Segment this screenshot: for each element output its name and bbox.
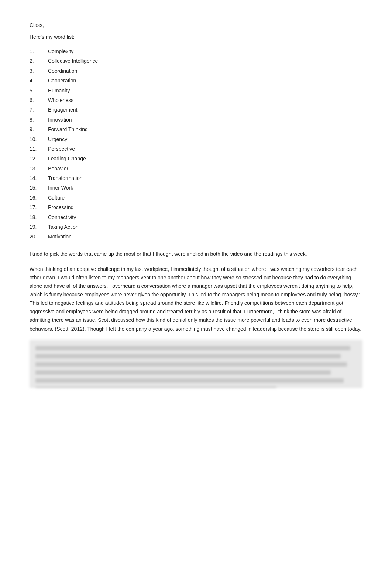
list-item: 15.Inner Work: [30, 184, 362, 192]
list-item: 9.Forward Thinking: [30, 125, 362, 133]
list-item-word: Behavior: [48, 164, 68, 173]
list-item-word: Inner Work: [48, 184, 73, 192]
list-item: 6.Wholeness: [30, 96, 362, 104]
paragraph-2: When thinking of an adaptive challenge i…: [30, 265, 362, 333]
list-item-word: Humanity: [48, 86, 70, 95]
list-item-word: Complexity: [48, 47, 73, 55]
list-item-number: 12.: [30, 154, 48, 163]
list-item-number: 5.: [30, 86, 48, 95]
list-item-word: Connectivity: [48, 213, 76, 221]
list-item: 19.Taking Action: [30, 223, 362, 231]
greeting-text: Class,: [30, 22, 362, 28]
list-item: 3.Coordination: [30, 67, 362, 75]
list-item-word: Coordination: [48, 67, 77, 75]
list-item: 11.Perspective: [30, 145, 362, 153]
list-item-number: 16.: [30, 194, 48, 202]
list-item-number: 6.: [30, 96, 48, 104]
list-item-number: 18.: [30, 213, 48, 221]
list-item-word: Cooperation: [48, 76, 76, 85]
list-item: 18.Connectivity: [30, 213, 362, 221]
list-item-number: 20.: [30, 232, 48, 241]
list-item-number: 14.: [30, 174, 48, 182]
list-item-number: 17.: [30, 203, 48, 211]
intro-text: Here's my word list:: [30, 34, 362, 40]
list-item: 7.Engagement: [30, 106, 362, 114]
list-item-word: Motivation: [48, 232, 72, 241]
list-item: 4.Cooperation: [30, 76, 362, 85]
list-item: 17.Processing: [30, 203, 362, 211]
list-item-word: Perspective: [48, 145, 75, 153]
list-item: 1.Complexity: [30, 47, 362, 55]
list-item-number: 3.: [30, 67, 48, 75]
list-item: 12.Leading Change: [30, 154, 362, 163]
list-item-word: Leading Change: [48, 154, 86, 163]
list-item-word: Forward Thinking: [48, 125, 88, 133]
list-item-word: Urgency: [48, 135, 67, 143]
list-item-number: 9.: [30, 125, 48, 133]
list-item-number: 15.: [30, 184, 48, 192]
list-item-word: Processing: [48, 203, 73, 211]
list-item: 13.Behavior: [30, 164, 362, 173]
list-item-word: Culture: [48, 194, 65, 202]
list-item: 16.Culture: [30, 194, 362, 202]
list-item-number: 4.: [30, 76, 48, 85]
list-item-number: 11.: [30, 145, 48, 153]
list-item-word: Transformation: [48, 174, 83, 182]
list-item-word: Taking Action: [48, 223, 79, 231]
list-item-word: Innovation: [48, 116, 72, 124]
list-item: 20.Motivation: [30, 232, 362, 241]
list-item-number: 1.: [30, 47, 48, 55]
list-item-number: 7.: [30, 106, 48, 114]
list-item-number: 2.: [30, 57, 48, 65]
list-item-word: Wholeness: [48, 96, 73, 104]
paragraph-1: I tried to pick the words that came up t…: [30, 250, 362, 258]
word-list: 1.Complexity2.Collective Intelligence3.C…: [30, 47, 362, 241]
list-item-number: 13.: [30, 164, 48, 173]
list-item: 8.Innovation: [30, 116, 362, 124]
list-item-number: 8.: [30, 116, 48, 124]
list-item: 10.Urgency: [30, 135, 362, 143]
list-item-number: 19.: [30, 223, 48, 231]
list-item: 2.Collective Intelligence: [30, 57, 362, 65]
list-item-word: Engagement: [48, 106, 77, 114]
list-item: 5.Humanity: [30, 86, 362, 95]
list-item-word: Collective Intelligence: [48, 57, 98, 65]
list-item-number: 10.: [30, 135, 48, 143]
list-item: 14.Transformation: [30, 174, 362, 182]
blurred-content: [30, 340, 362, 388]
